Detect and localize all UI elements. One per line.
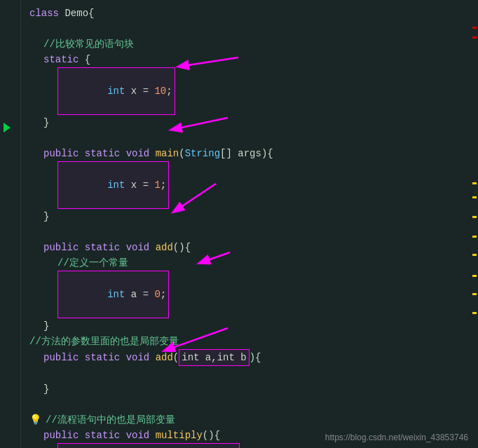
highlighted-code: int a = 0; (57, 271, 169, 318)
code-line: //比较常见的语句块 (29, 36, 478, 52)
code-line (29, 366, 478, 381)
line-gutter (0, 0, 21, 448)
code-text: { (85, 52, 90, 67)
code-line: } (29, 115, 478, 130)
code-text: } (43, 209, 49, 224)
keyword: static (85, 428, 126, 443)
code-line: int x = 10; (29, 67, 478, 115)
comment-text: //流程语句中的也是局部变量 (46, 412, 175, 428)
highlighted-code: int x = 1; (57, 161, 169, 209)
code-line: int a = 0; (29, 271, 478, 318)
code-line: class Demo{ (29, 6, 478, 21)
scroll-mark (472, 236, 477, 238)
code-line (29, 21, 478, 36)
watermark: https://blog.csdn.net/weixin_43853746 (325, 433, 468, 442)
code-line (29, 224, 478, 240)
comment-text: //定义一个常量 (57, 255, 128, 271)
scrollbar[interactable] (471, 0, 478, 448)
scroll-mark (472, 196, 477, 198)
scroll-mark (472, 216, 477, 218)
keyword: class (29, 6, 64, 21)
code-text: (){ (203, 428, 220, 443)
code-text: (){ (173, 240, 191, 255)
breakpoint-arrow (4, 123, 11, 133)
code-text: 0 (154, 289, 160, 300)
code-text: } (43, 115, 49, 130)
editor: class Demo{ //比较常见的语句块 static { int x = … (0, 0, 478, 448)
function-name: add (156, 350, 173, 365)
code-text: = (143, 179, 155, 191)
keyword: static (85, 240, 126, 255)
code-text: ; (161, 179, 166, 191)
code-text: } (43, 381, 49, 397)
function-name: multiply (156, 428, 203, 443)
scroll-mark (472, 293, 477, 295)
code-line: //定义一个常量 (29, 255, 478, 271)
code-text: ; (166, 86, 172, 97)
code-line (29, 130, 478, 146)
code-text: int (107, 179, 131, 191)
code-line: //方法的参数里面的也是局部变量 (29, 334, 478, 349)
highlighted-code: int x = 10; (57, 67, 175, 115)
code-text: 10 (154, 86, 166, 97)
code-line: public static void add(){ (29, 240, 478, 255)
lightbulb-icon: 💡 (29, 412, 41, 428)
code-text: Demo{ (64, 6, 94, 21)
keyword: void (126, 240, 156, 255)
code-text: int a,int b (182, 352, 246, 363)
code-line: public static void main(String[] args){ (29, 146, 478, 161)
keyword: static (85, 350, 126, 365)
code-text: ( (179, 146, 184, 161)
code-text: } (43, 318, 49, 334)
comment-text: //比较常见的语句块 (43, 36, 134, 52)
scroll-mark (472, 182, 477, 184)
keyword: void (126, 146, 156, 161)
code-content: class Demo{ //比较常见的语句块 static { int x = … (21, 0, 478, 448)
code-text: = (143, 289, 155, 300)
keyword: public (43, 350, 85, 365)
code-line: 💡//流程语句中的也是局部变量 (29, 412, 478, 428)
code-line: static { (29, 52, 478, 67)
keyword: static (43, 52, 85, 67)
code-line: public static void add(int a,int b){ (29, 349, 478, 366)
function-name: main (156, 146, 179, 161)
code-text: 1 (154, 179, 160, 191)
keyword: void (126, 428, 156, 443)
comment-text: //方法的参数里面的也是局部变量 (29, 334, 179, 349)
code-text: [] args){ (220, 146, 273, 161)
scroll-mark (472, 312, 477, 314)
keyword: public (43, 240, 85, 255)
code-text: ( (173, 350, 179, 365)
code-line: for(int i=0;i<10;i++){ (29, 443, 478, 448)
keyword: static (85, 146, 126, 161)
keyword: public (43, 428, 85, 443)
highlighted-code: for(int i=0;i<10;i++){ (57, 443, 240, 448)
code-text: int (107, 86, 131, 97)
code-text: = (143, 86, 155, 97)
code-text: ){ (250, 350, 261, 365)
keyword: public (43, 146, 85, 161)
function-name: add (156, 240, 173, 255)
code-text: int (107, 289, 131, 300)
code-line: } (29, 209, 478, 224)
code-text: x (131, 179, 143, 191)
keyword: void (126, 350, 156, 365)
code-line (29, 397, 478, 412)
code-line: int x = 1; (29, 161, 478, 209)
scroll-mark (472, 36, 477, 39)
code-text: String (185, 146, 220, 161)
highlighted-code: int a,int b (179, 349, 249, 366)
code-text: x (131, 86, 143, 97)
scroll-mark (472, 254, 477, 256)
code-text: ; (161, 289, 166, 300)
code-line: } (29, 318, 478, 334)
code-line: } (29, 381, 478, 397)
code-text: a (131, 289, 143, 300)
scroll-mark (472, 275, 477, 277)
scroll-mark (472, 27, 477, 29)
